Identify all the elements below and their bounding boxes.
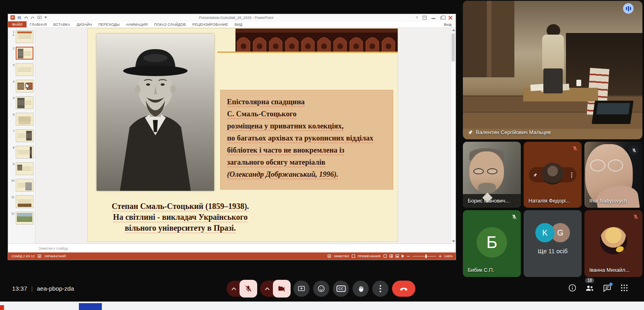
redo-icon[interactable] [31,16,35,20]
undo-icon[interactable] [24,16,28,20]
tab-slideshow[interactable]: ПОКАЗ СЛАЙДОВ [151,21,189,27]
tab-transitions[interactable]: ПЕРЕХОДЫ [95,21,123,27]
comments-icon [352,254,355,258]
scroll-up-icon[interactable] [452,29,455,31]
meeting-details-button[interactable] [568,283,577,292]
taskbar-blue-item [79,303,102,310]
end-call-icon [399,284,408,293]
video-tile-natalia[interactable]: Наталія Федорі... [524,142,582,208]
participant-name: Борис Іванович... [468,198,510,204]
zoom-out-icon[interactable] [407,256,410,256]
slide-counter: СЛАЙД 2 ИЗ 12 [11,254,35,258]
restore-button[interactable] [440,17,444,19]
quick-access-toolbar: P [8,15,56,20]
slide-thumbnail-8[interactable]: 8 [9,146,35,159]
tab-view[interactable]: ВИД [231,21,246,27]
slide-thumbnail-11[interactable]: 11 [9,195,35,208]
scrollbar-thumb[interactable] [452,33,455,62]
slide-thumbnail-5[interactable]: 5 [9,96,35,109]
slide-number: 8 [13,146,14,149]
camera-control-group [260,281,290,297]
slide-text-line: розміщена у приватних колекціях, [227,120,386,132]
tab-review[interactable]: РЕЦЕНЗИРОВАНИЕ [189,21,231,27]
notes-pane[interactable]: Заметки к слайду [8,244,456,252]
tab-design[interactable]: ДИЗАЙН [73,21,95,27]
slide-thumbnail-4[interactable]: 4 [9,80,35,93]
video-tile-bybyk[interactable]: Б Бибик С.П. [463,210,521,277]
slide-editing-canvas[interactable]: Епістолярна спадщина С. Смаль-Стоцького … [35,28,456,244]
slide-thumbnail-7[interactable]: 7 [9,129,35,142]
present-screen-button[interactable] [293,281,310,297]
sign-in-label[interactable]: Вход [440,21,456,27]
tab-home[interactable]: ГЛАВНАЯ [27,21,50,27]
reading-view-icon[interactable] [396,254,399,258]
powerpoint-window: P Prezentatsia-Gutsuliak_26_2025 - Power… [8,14,456,260]
more-options-button[interactable] [372,281,388,297]
zoom-slider-knob[interactable] [425,254,427,258]
language-label[interactable]: УКРАИНСКИЙ [44,254,66,258]
divider: | [31,285,33,292]
clock: 13:37 [12,285,27,292]
video-tile-more-people[interactable]: K G Ще 11 осіб [524,210,582,277]
ribbon-display-options-button[interactable] [423,16,427,20]
save-icon[interactable] [17,16,21,20]
meeting-info: 13:37 | aea-pbop-zda [12,285,74,292]
vertical-scrollbar[interactable] [450,28,456,244]
participants-button[interactable]: 18 [585,283,594,293]
zoom-level[interactable]: 146% [444,254,452,258]
tab-animations[interactable]: АНИМАЦИЯ [123,21,151,27]
comments-toggle-button[interactable]: ПРИМЕЧАНИЯ [358,254,381,258]
avatar [542,163,564,184]
reactions-button[interactable] [313,281,329,297]
slide-text-box: Епістолярна спадщина С. Смаль-Стоцького … [220,90,393,190]
apps-grid-icon [620,283,629,292]
info-icon [568,283,577,292]
slide-sorter-view-icon[interactable] [390,254,393,258]
taskbar-red-item [0,305,4,310]
raise-hand-button[interactable] [353,281,369,297]
people-icon [585,283,594,293]
video-tile-ivanna[interactable]: Іванна Михайл... [584,210,642,277]
qat-dropdown-icon[interactable] [44,17,47,19]
start-slideshow-icon[interactable] [37,16,42,19]
activities-button[interactable] [620,283,629,292]
slide-number: 9 [13,162,14,166]
window-controls: ? [416,14,456,21]
video-tile-boris[interactable]: Борис Іванович... [463,142,521,208]
camera-muted-button[interactable] [273,280,291,298]
normal-view-icon[interactable] [384,254,387,258]
more-options-icon[interactable] [571,172,572,178]
slide-thumbnail-3[interactable]: 3 [9,63,35,76]
slideshow-view-icon[interactable] [402,254,404,258]
captions-button[interactable]: CC [333,281,349,297]
tab-insert[interactable]: ВСТАВКА [50,21,74,27]
slide-thumbnail-12[interactable]: 12 [9,212,35,225]
mic-muted-button[interactable] [239,280,257,298]
close-button[interactable] [448,16,452,20]
minimize-button[interactable] [431,16,436,20]
video-tile-ihor[interactable]: Ihor Nabytovych [584,142,642,208]
camera-options-chevron[interactable] [260,281,275,297]
end-call-button[interactable] [392,281,415,297]
slide-thumbnail-10[interactable]: 10 [9,179,35,192]
slide-accent-line [217,52,398,53]
avatar-initial: K [535,223,555,242]
slide-thumbnail-6[interactable]: 6 [9,113,35,126]
notes-toggle-button[interactable]: ЗАМЕТКИ [334,254,349,258]
zoom-slider[interactable] [413,256,436,256]
zoom-in-icon[interactable] [439,255,442,258]
tab-file[interactable]: ФАЙЛ [8,21,27,27]
mic-options-chevron[interactable] [227,281,241,297]
proofing-icon[interactable] [38,254,41,258]
slide-thumbnail-1[interactable]: 1★ [9,30,35,43]
captions-icon: CC [336,285,346,292]
audio-activity-icon [623,3,634,14]
slide-thumbnail-9[interactable]: 9 [9,162,35,175]
scroll-down-icon[interactable] [452,240,455,242]
slide-thumbnail-2-selected[interactable]: 2 [9,47,35,60]
help-button[interactable]: ? [416,16,418,20]
chat-button[interactable] [603,283,612,293]
pin-icon[interactable] [533,173,537,177]
animation-star-icon: ★ [9,34,14,37]
video-tile-presenter[interactable]: Валентин Сергійович Мальцев [463,1,642,139]
